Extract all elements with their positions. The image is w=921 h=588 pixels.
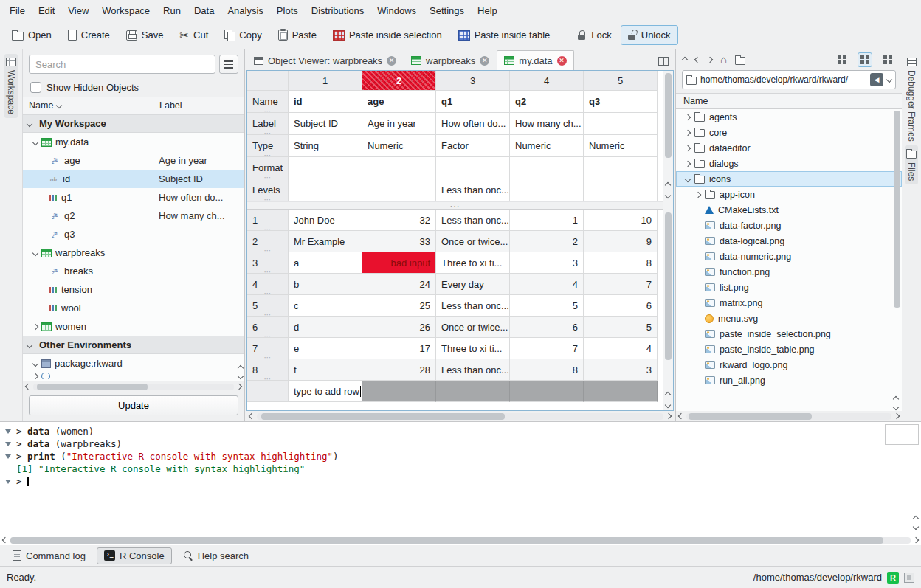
home-icon[interactable] [720, 54, 727, 66]
scrollbar-thumb[interactable] [37, 384, 148, 390]
update-button[interactable]: Update [29, 395, 238, 415]
menu-item[interactable]: Settings [423, 1, 471, 20]
menu-item[interactable]: Edit [32, 1, 61, 20]
file-item[interactable]: data-logical.png [676, 233, 902, 249]
data-cell[interactable]: 2 [510, 231, 584, 252]
data-cell[interactable]: Three to xi ti... [436, 252, 510, 274]
scroll-down-icon[interactable] [913, 524, 919, 530]
tree-item[interactable] [23, 373, 244, 379]
editor-horizontal-scrollbar[interactable] [246, 411, 674, 421]
show-hidden-checkbox[interactable] [30, 82, 41, 93]
data-cell[interactable]: 6 [584, 295, 658, 317]
data-cell[interactable]: 25 [362, 295, 436, 317]
file-item[interactable]: core [676, 125, 902, 140]
files-vertical-scrollbar[interactable] [893, 111, 901, 409]
meta-cell[interactable] [510, 157, 584, 179]
go-up-icon[interactable] [682, 57, 688, 63]
data-cell[interactable]: 4 [510, 274, 584, 295]
r-engine-status-badge[interactable]: R [887, 572, 899, 584]
expander-icon[interactable] [32, 249, 38, 255]
data-cell[interactable]: 32 [362, 210, 436, 231]
scroll-down-icon[interactable] [893, 404, 899, 410]
tree-item[interactable]: women [23, 317, 244, 336]
data-cell[interactable]: bad input [362, 252, 436, 274]
file-item[interactable]: rkward_logo.png [676, 357, 902, 373]
data-cell[interactable]: 5 [584, 317, 658, 338]
row-number[interactable]: 8 [247, 359, 289, 381]
data-cell[interactable]: 7 [510, 338, 584, 359]
tool-tab[interactable]: Help search [176, 547, 256, 564]
file-item[interactable]: run_all.png [676, 373, 902, 388]
meta-cell[interactable]: q2 [510, 91, 584, 113]
data-cell[interactable]: 6 [510, 317, 584, 338]
chevron-down-icon[interactable] [886, 77, 892, 83]
data-cell[interactable]: Less than onc... [436, 295, 510, 317]
row-number[interactable]: 6 [247, 317, 289, 338]
file-item[interactable]: data-factor.png [676, 218, 902, 233]
row-number[interactable]: 3 [247, 252, 289, 274]
tree-vertical-scrollbar[interactable] [238, 366, 243, 378]
label-column-header[interactable]: Label [153, 97, 182, 114]
tree-item[interactable]: my.data [23, 133, 244, 151]
search-input[interactable] [29, 55, 215, 74]
scrollbar-thumb[interactable] [665, 73, 672, 158]
scroll-left-icon[interactable] [678, 413, 684, 419]
expander-icon[interactable] [32, 323, 38, 329]
tool-tab[interactable]: Command log [5, 547, 93, 564]
file-item[interactable]: function.png [676, 264, 902, 280]
meta-cell[interactable]: q3 [584, 91, 658, 113]
data-cell[interactable]: f [289, 359, 362, 381]
scroll-up-icon[interactable] [238, 365, 244, 371]
expander-icon[interactable] [685, 145, 691, 151]
scroll-left-icon[interactable] [249, 413, 255, 419]
scrollbar-thumb[interactable] [689, 413, 812, 420]
data-cell[interactable]: c [289, 295, 362, 317]
scroll-up-icon[interactable] [665, 182, 671, 188]
scroll-left-icon[interactable] [2, 537, 8, 543]
meta-cell[interactable] [362, 157, 436, 179]
menu-item[interactable]: Distributions [305, 1, 371, 20]
add-row-input[interactable]: type to add row [289, 381, 362, 402]
toolbar-button[interactable]: Cut [172, 25, 215, 46]
close-icon[interactable] [557, 56, 567, 66]
meta-cell[interactable] [362, 179, 436, 201]
document-tab[interactable]: my.data [497, 50, 573, 70]
close-icon[interactable] [387, 56, 396, 66]
row-number[interactable]: 2 [247, 231, 289, 252]
data-cell[interactable]: Less than onc... [436, 359, 510, 381]
tree-item[interactable]: package:rkward [23, 354, 244, 373]
tree-item[interactable]: warpbreaks [23, 243, 244, 262]
details-view-button[interactable] [880, 52, 895, 67]
icons-view-button[interactable] [835, 52, 849, 67]
tree-item[interactable]: id Subject ID [23, 170, 244, 188]
file-item[interactable]: paste_inside_selection.png [676, 326, 902, 342]
data-cell[interactable]: John Doe [289, 210, 362, 231]
meta-cell[interactable]: Numeric [362, 135, 436, 157]
go-back-icon[interactable] [694, 57, 700, 63]
tree-item[interactable]: Other Environments [23, 336, 244, 354]
meta-cell[interactable]: How often do... [436, 113, 510, 135]
tree-item[interactable]: wool [23, 299, 244, 317]
go-forward-icon[interactable] [707, 57, 713, 63]
compact-view-button[interactable] [858, 52, 872, 67]
tree-item[interactable]: tension [23, 280, 244, 299]
menu-item[interactable]: Windows [370, 1, 423, 20]
meta-cell[interactable]: age [362, 91, 436, 113]
column-header[interactable]: 5 [584, 71, 658, 91]
expander-icon[interactable] [695, 191, 701, 197]
column-header[interactable]: 1 [289, 71, 362, 91]
tree-item[interactable]: age Age in year [23, 151, 244, 170]
row-number[interactable]: 7 [247, 338, 289, 359]
scroll-down-icon[interactable] [665, 402, 671, 408]
file-item[interactable]: CMakeLists.txt [676, 202, 902, 218]
menu-item[interactable]: Help [471, 1, 504, 20]
scrollbar-thumb[interactable] [10, 537, 883, 544]
menu-item[interactable]: File [3, 1, 32, 20]
file-item[interactable]: agents [676, 109, 902, 125]
scrollbar-thumb[interactable] [894, 111, 900, 308]
column-header[interactable]: 2 [362, 71, 436, 91]
meta-cell[interactable]: Numeric [584, 135, 658, 157]
data-cell[interactable]: 28 [362, 359, 436, 381]
data-cell[interactable]: 5 [510, 295, 584, 317]
file-item[interactable]: matrix.png [676, 295, 902, 311]
